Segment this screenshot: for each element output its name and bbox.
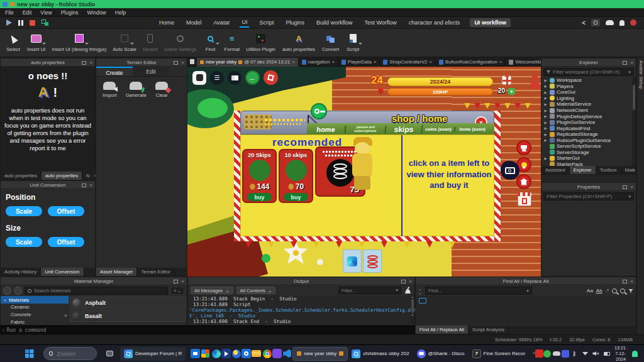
media-icon[interactable] — [221, 349, 231, 358]
avatar-icon[interactable] — [630, 19, 636, 26]
explorer-item[interactable]: ▶MaterialService — [541, 101, 636, 107]
resume-icon[interactable] — [42, 19, 48, 26]
insert-ui-button[interactable]: Insert UI — [24, 31, 48, 53]
tab-buttonruleconfiguration[interactable]: ButtonRuleConfiguration× — [436, 58, 506, 67]
ribbon-tab-avatar[interactable]: Avatar — [212, 18, 232, 27]
format-button[interactable]: ≡Format — [221, 31, 243, 53]
roblox-menu-button[interactable] — [192, 71, 206, 85]
float-icon[interactable] — [82, 184, 86, 187]
vscode-icon[interactable] — [282, 348, 292, 359]
book-button[interactable] — [228, 71, 242, 85]
terrain-tab-edit[interactable]: Edit — [133, 67, 169, 76]
explorer-filter[interactable]: ▾ — [543, 68, 634, 76]
add-coins-button[interactable]: + — [508, 88, 515, 95]
match-word-button[interactable]: Ab — [596, 288, 602, 293]
properties-filter[interactable]: ▾ — [543, 192, 634, 200]
workspace-scope-icon[interactable] — [419, 298, 426, 304]
terrain-clear-button[interactable]: Clear — [155, 82, 168, 98]
float-icon[interactable] — [623, 61, 627, 65]
window-christmass-obby[interactable]: christmass obby 202 — [348, 347, 413, 361]
tab-game-view[interactable]: new year obby @ 07 dec 2024 13:21 × — [197, 58, 299, 67]
games-icon[interactable] — [272, 349, 282, 358]
float-icon[interactable] — [174, 61, 178, 65]
ms-store-icon[interactable] — [191, 349, 200, 358]
output-filter[interactable]: ▾ — [338, 287, 401, 294]
window-developer-forum[interactable]: Developer Forum | R — [120, 347, 186, 361]
explorer-item[interactable]: ServerStorage — [541, 150, 636, 156]
auto-scale-button[interactable]: Auto Scale — [109, 31, 140, 53]
expand-icon[interactable]: ▶ — [543, 114, 548, 118]
shop-tab-items[interactable]: items (soon) — [455, 127, 490, 132]
ribbon-tab-home[interactable]: Home — [157, 18, 176, 27]
task-view-icon[interactable] — [104, 348, 115, 359]
buy-button[interactable]: buy — [247, 193, 272, 201]
explorer-item[interactable]: ▶PluginGuiService — [541, 119, 636, 126]
dropdown-icon[interactable]: ▾ — [628, 194, 631, 199]
volume-muted-icon[interactable]: × — [591, 348, 601, 359]
expand-icon[interactable]: ▶ — [543, 109, 548, 112]
expand-replace-icon[interactable]: ⌄⌄ — [418, 287, 422, 294]
panel-title[interactable]: Properties × — [541, 183, 636, 191]
tab-activity-history[interactable]: Activity History — [1, 268, 41, 276]
taskbar-search[interactable] — [43, 347, 97, 360]
buy-button[interactable]: buy — [284, 193, 308, 201]
share-icon[interactable]: < — [582, 19, 586, 26]
onedrive-icon[interactable] — [551, 348, 562, 359]
close-icon[interactable]: × — [89, 58, 92, 67]
office-icon[interactable] — [200, 348, 211, 359]
material-search-input[interactable] — [34, 288, 165, 293]
expand-icon[interactable]: ▶ — [543, 138, 548, 142]
log-line[interactable]: 13:21:43.689 Stack Begin - Studio — [188, 296, 414, 302]
explorer-vscrollbar[interactable] — [632, 77, 636, 172]
tab-shopcontroller[interactable]: ShopControllerV2× — [380, 58, 436, 67]
menu-window[interactable]: Window — [87, 9, 106, 16]
collapse-icon[interactable]: « — [64, 312, 67, 319]
dropdown-icon[interactable]: ▾ — [526, 288, 529, 293]
log-line[interactable]: 13:21:43.690 Stack End - Studio — [188, 319, 414, 324]
insert-ui-design-button[interactable]: Insert UI (desing thingys) — [48, 31, 109, 53]
file-explorer-icon[interactable] — [251, 348, 262, 359]
tab-script-analysis[interactable]: Script Analysis — [469, 326, 509, 334]
compass-icon[interactable] — [231, 348, 242, 359]
dropdown-icon[interactable]: ▾ — [628, 70, 631, 75]
regex-button[interactable]: .* — [606, 288, 609, 293]
shop-tab-skips[interactable]: skips — [386, 125, 423, 134]
taskbar-search-input[interactable] — [57, 351, 96, 357]
ribbon-tab-test-workflow[interactable]: Test Worflow — [362, 18, 398, 27]
position-scale-button[interactable]: Scale — [6, 206, 42, 216]
expand-icon[interactable]: ▶ — [543, 156, 548, 160]
tab-auto-properties-2[interactable]: auto properties — [42, 172, 82, 180]
output-scrollbar[interactable]: ▲▼ — [411, 295, 414, 324]
shop-tab-coins[interactable]: coins (soon) — [423, 127, 456, 132]
close-icon[interactable]: × — [630, 277, 633, 285]
material-variant-icon[interactable] — [3, 287, 11, 295]
close-icon[interactable]: × — [429, 60, 432, 65]
close-icon[interactable]: × — [374, 60, 377, 65]
select-button[interactable]: Select — [3, 31, 24, 53]
find-field[interactable]: ▾ — [425, 287, 532, 295]
tab-foodeggs[interactable]: foodeggs,s — [82, 172, 91, 180]
ribbon-tab-character-effects[interactable]: character and efects — [407, 18, 462, 27]
close-icon[interactable]: × — [630, 183, 633, 191]
tab-find-all[interactable]: Find All / Replace All — [416, 326, 469, 334]
size-offset-button[interactable]: Offset — [48, 237, 84, 247]
roblox-logo-button[interactable] — [264, 70, 278, 85]
ribbon-tab-model[interactable]: Model — [184, 18, 204, 27]
material-search[interactable] — [25, 287, 168, 295]
ribbon-tab-build-workflow[interactable]: Build workflow — [314, 18, 355, 27]
pause-icon[interactable] — [18, 20, 23, 26]
home-button[interactable] — [516, 174, 531, 189]
shop-card-10-skips[interactable]: 10 skips 70 buy — [279, 149, 313, 203]
properties-filter-input[interactable] — [547, 194, 626, 199]
expand-icon[interactable]: ▶ — [543, 84, 548, 88]
tree-concrete[interactable]: Concrete — [1, 311, 69, 319]
panel-title[interactable]: Unit Conversion × — [1, 181, 95, 189]
script-doc-icon[interactable] — [187, 59, 197, 65]
explorer-item[interactable]: ▶NetworkClient — [541, 107, 636, 114]
explorer-filter-input[interactable] — [553, 69, 626, 75]
expand-icon[interactable]: ▶ — [543, 102, 548, 106]
explorer-item[interactable]: ▶StarterGui — [541, 155, 636, 162]
contexts-filter-dropdown[interactable]: All Contexts⌄ — [236, 287, 276, 294]
panel-title[interactable]: Terrain Editor × — [96, 58, 187, 67]
close-icon[interactable]: × — [89, 181, 92, 189]
